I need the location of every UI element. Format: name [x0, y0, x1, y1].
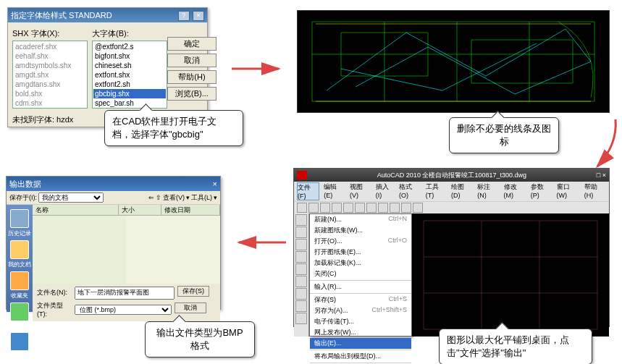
file-list[interactable]	[33, 216, 220, 284]
list-item[interactable]: @extfont2.s	[93, 42, 166, 51]
menu-item[interactable]: 网上发布(W)...	[310, 327, 411, 338]
menu-item[interactable]: 打开图纸集(E)...	[310, 247, 411, 258]
tools-label[interactable]: 工具(L)	[191, 193, 212, 203]
favorites-icon[interactable]	[10, 271, 29, 290]
tool-icon[interactable]	[295, 227, 307, 238]
menu-file[interactable]: 文件(F)	[297, 182, 319, 200]
tool-icon[interactable]	[295, 288, 307, 300]
menu-tools[interactable]: 工具(T)	[426, 182, 447, 200]
place-label: FTP	[7, 323, 33, 329]
acad-titlebar: AutoCAD 2010 全楼自动报警竣工100817_t300.dwg □ ×	[294, 169, 609, 182]
places-bar: 历史记录 我的文档 收藏夹 FTP 桌面	[7, 205, 33, 312]
menu-window[interactable]: 窗口(W)	[557, 182, 580, 200]
cancel-button[interactable]: 取消	[175, 302, 206, 313]
dialog-title: 输出数据	[9, 179, 41, 190]
filetype-select[interactable]: 位图 (*.bmp)	[75, 305, 172, 315]
menu-item[interactable]: 另存为(A)...Ctrl+Shift+S	[310, 305, 411, 316]
callout-text: 在CAD软件里打开电子文档，选择字体"gbcbig"	[112, 116, 217, 140]
tool-icon[interactable]	[320, 203, 330, 213]
list-item[interactable]: extfont.shx	[93, 70, 166, 80]
bigfont-list[interactable]: @extfont2.s bigfont.shx chineset.sh extf…	[92, 41, 167, 109]
filename-field[interactable]	[75, 287, 175, 300]
list-item[interactable]: eehalf.shx	[14, 51, 86, 61]
tool-icon[interactable]	[295, 313, 307, 324]
menu-param[interactable]: 参数(P)	[531, 182, 552, 200]
list-item-selected[interactable]: gbcbig.shx	[93, 89, 166, 98]
menu-item[interactable]: 新建图纸集(W)...	[310, 225, 411, 236]
close-icon[interactable]: ×	[193, 11, 204, 21]
save-button[interactable]: 保存(S)	[177, 286, 209, 297]
close-icon[interactable]: ×	[213, 179, 217, 188]
up-icon[interactable]: ⇧	[156, 194, 161, 201]
menu-item[interactable]: 输入(R)...	[310, 282, 411, 292]
filename-label: 文件名(N):	[37, 288, 72, 297]
ok-button[interactable]: 确定	[167, 37, 217, 51]
cancel-button[interactable]: 取消	[167, 54, 217, 67]
tool-icon[interactable]	[297, 203, 307, 213]
tool-icon[interactable]	[378, 203, 388, 213]
tool-icon[interactable]	[295, 263, 307, 275]
col-name[interactable]: 名称	[33, 205, 119, 215]
place-label: 收藏夹	[7, 292, 33, 300]
menu-draw[interactable]: 绘图(D)	[451, 182, 473, 200]
menu-item[interactable]: 关闭(C)	[310, 268, 411, 279]
bigfont-label: 大字体(B):	[92, 27, 163, 41]
col-date[interactable]: 修改日期	[161, 205, 220, 215]
tool-icon[interactable]	[401, 203, 411, 213]
tool-icon[interactable]	[390, 203, 400, 213]
tool-icon[interactable]	[295, 276, 307, 287]
menu-modify[interactable]: 修改(M)	[504, 182, 526, 200]
menu-item[interactable]: 保存(S)Ctrl+S	[310, 295, 411, 305]
list-item[interactable]: amgdtans.shx	[14, 80, 86, 89]
savein-label: 保存于(I):	[9, 193, 37, 203]
menu-item[interactable]: 打开(O)...Ctrl+O	[310, 236, 411, 247]
history-icon[interactable]	[10, 209, 29, 228]
tool-icon[interactable]	[295, 214, 307, 226]
tool-icon[interactable]	[308, 203, 319, 213]
desktop-icon[interactable]	[10, 332, 29, 351]
tool-icon[interactable]	[295, 300, 307, 312]
list-item[interactable]: extfont2.sh	[93, 80, 166, 89]
tool-icon[interactable]	[343, 203, 353, 213]
place-label: 我的文档	[7, 261, 33, 268]
folder-select[interactable]: 我的文档	[38, 192, 104, 203]
tool-icon[interactable]	[366, 203, 377, 213]
list-item[interactable]: bold.shx	[14, 89, 86, 98]
tool-icon[interactable]	[355, 203, 365, 213]
menu-insert[interactable]: 插入(I)	[376, 182, 395, 200]
tool-icon[interactable]	[295, 239, 307, 250]
menu-view[interactable]: 视图(V)	[350, 182, 371, 200]
col-size[interactable]: 大小	[119, 205, 161, 215]
menu-item[interactable]: 输出(E)...	[310, 338, 411, 349]
list-item[interactable]: amgdt.shx	[14, 70, 86, 80]
menu-dim[interactable]: 标注(N)	[477, 182, 499, 200]
list-item[interactable]: bigfont.shx	[93, 51, 166, 61]
list-item[interactable]: amdtsymbols.shx	[14, 61, 86, 70]
callout-step1: 在CAD软件里打开电子文档，选择字体"gbcbig"	[104, 110, 243, 146]
list-item[interactable]: chineset.sh	[93, 61, 166, 70]
menu-item[interactable]: 新建(N)...Ctrl+N	[310, 214, 411, 225]
browse-button[interactable]: 浏览(B)...	[167, 87, 217, 101]
list-item[interactable]: cdm.shx	[14, 98, 86, 108]
views-label[interactable]: 查看(V)	[163, 193, 185, 203]
back-icon[interactable]: ⇐	[148, 194, 154, 201]
menu-edit[interactable]: 编辑(E)	[324, 182, 345, 200]
appmenu-icon[interactable]	[297, 171, 307, 179]
list-item[interactable]: spec_bar.sh	[93, 98, 166, 108]
menu-help[interactable]: 帮助(H)	[584, 182, 606, 200]
toolbar	[294, 201, 609, 213]
help-icon[interactable]: ?	[178, 11, 190, 21]
help-button[interactable]: 帮助(H)	[167, 70, 217, 84]
drawing-canvas[interactable]	[412, 213, 609, 337]
list-item[interactable]: acaderef.shx	[14, 42, 86, 51]
tool-icon[interactable]	[295, 251, 307, 263]
menu-item[interactable]: 将布局输出到模型(D)...	[310, 351, 411, 362]
documents-icon[interactable]	[10, 240, 29, 259]
menu-item[interactable]: 电子传递(T)...	[310, 316, 411, 327]
menu-format[interactable]: 格式(O)	[399, 182, 421, 200]
ftp-icon[interactable]	[10, 302, 29, 321]
tool-icon[interactable]	[413, 203, 423, 213]
tool-icon[interactable]	[332, 203, 342, 213]
menu-item[interactable]: 加载标记集(K)...	[310, 258, 411, 268]
shx-font-list[interactable]: acaderef.shx eehalf.shx amdtsymbols.shx …	[12, 41, 88, 109]
